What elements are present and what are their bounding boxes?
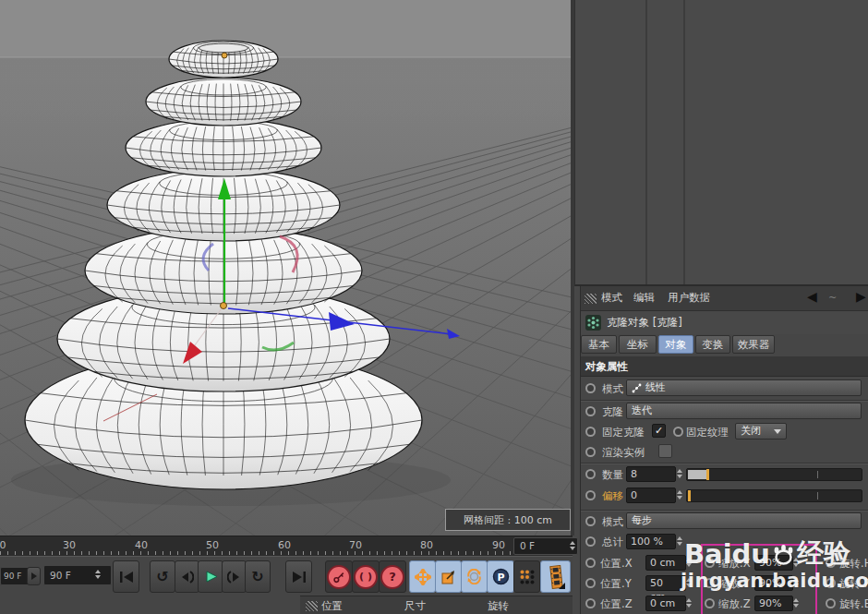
autokey-button[interactable]: ( ) — [352, 560, 380, 593]
watermark-brand-text: Baidu — [684, 538, 770, 570]
position-z-label: 位置.Z — [600, 597, 633, 610]
menu-edit[interactable]: 编辑 — [633, 291, 655, 305]
anim-dot-fix-clone[interactable] — [585, 427, 596, 437]
attribute-menubar: 模式 编辑 用户数据 ◀ ~ ▶ — [581, 286, 868, 311]
count-slider-tick — [817, 471, 818, 478]
anim-dot-count[interactable] — [585, 469, 596, 479]
keyframe-help-button[interactable]: ? — [379, 560, 406, 593]
position-z-field[interactable]: 0 cm — [645, 596, 686, 611]
tab-basic[interactable]: 基本 — [581, 335, 617, 354]
anim-dot-mode[interactable] — [585, 383, 596, 393]
offset-slider[interactable] — [686, 489, 862, 502]
anim-dot-position-y[interactable] — [585, 578, 596, 588]
object-manager-panel[interactable] — [574, 0, 868, 286]
clone-dropdown[interactable]: 迭代 — [626, 403, 862, 419]
timeline-ruler[interactable]: 0 30 40 50 60 70 80 90 — [0, 536, 573, 557]
tab-object[interactable]: 对象 — [658, 335, 693, 354]
range-popup-button[interactable] — [27, 567, 41, 585]
ruler-tick-label: 60 — [273, 539, 295, 551]
play-button[interactable] — [198, 560, 223, 593]
end-frame-spinner[interactable] — [93, 567, 102, 582]
question-icon: ? — [380, 565, 404, 589]
ruler-tick-label: 50 — [201, 539, 223, 551]
ruler-tick-label: 40 — [130, 539, 152, 551]
history-back-icon[interactable]: ◀ — [807, 289, 817, 304]
fix-texture-dropdown[interactable]: 关闭 — [735, 423, 787, 439]
grid-spacing-text: 网格间距 : 100 cm — [464, 513, 552, 527]
render-instance-label: 渲染实例 — [602, 446, 645, 459]
panel-drag-handle-icon[interactable] — [306, 601, 318, 611]
section-object-properties: 对象属性 — [581, 356, 868, 377]
step-mode-label: 模式 — [602, 515, 623, 528]
offset-slider-handle[interactable] — [688, 490, 691, 501]
offset-spinner[interactable] — [675, 488, 683, 502]
count-field[interactable]: 8 — [626, 466, 676, 482]
film-strip-icon — [547, 565, 565, 589]
go-to-start-button[interactable] — [113, 560, 139, 593]
coordinate-manager-header: 位置 尺寸 旋转 — [300, 596, 573, 614]
count-spinner[interactable] — [675, 466, 683, 481]
separator — [581, 510, 868, 511]
grid-spacing-label: 网格间距 : 100 cm — [445, 509, 571, 531]
position-x-field[interactable]: 0 cm — [645, 555, 686, 571]
count-slider-handle[interactable] — [706, 469, 709, 480]
total-field[interactable]: 100 % — [626, 534, 676, 549]
go-to-end-button[interactable] — [285, 560, 312, 593]
offset-field[interactable]: 0 — [626, 488, 676, 503]
attribute-tabs: 基本 坐标 对象 变换 效果器 — [581, 335, 868, 355]
parameter-icon: P — [492, 568, 510, 585]
next-frame-button[interactable] — [222, 560, 247, 593]
record-parameter-toggle[interactable]: P — [487, 560, 514, 593]
anim-dot-fix-texture[interactable] — [673, 427, 683, 437]
step-mode-dropdown[interactable]: 每步 — [626, 512, 862, 529]
mode-dropdown[interactable]: 线性 — [626, 379, 862, 396]
tab-transform[interactable]: 变换 — [695, 335, 730, 354]
ruler-tick-label: 80 — [416, 539, 438, 551]
record-position-toggle[interactable] — [409, 560, 436, 593]
viewport-3d[interactable]: 网格间距 : 100 cm — [0, 0, 571, 536]
total-label: 总计 — [602, 536, 623, 548]
step-mode-value: 每步 — [632, 513, 652, 528]
previous-frame-button[interactable] — [175, 560, 199, 593]
current-frame-spinner[interactable] — [568, 538, 576, 553]
point-level-animation-toggle[interactable] — [513, 560, 540, 593]
anim-dot-total[interactable] — [585, 536, 596, 547]
position-z-spinner[interactable] — [684, 596, 693, 610]
count-slider[interactable] — [686, 468, 862, 481]
count-slider-fill — [688, 470, 706, 479]
current-frame-field[interactable]: 0 F — [513, 537, 578, 555]
previous-frame-icon — [180, 570, 194, 584]
anim-dot-position-x[interactable] — [585, 558, 596, 568]
menu-user-data[interactable]: 用户数据 — [668, 291, 710, 305]
animation-palette-button[interactable] — [540, 560, 571, 593]
next-key-button[interactable]: ↻ — [245, 560, 271, 593]
tab-effectors[interactable]: 效果器 — [732, 335, 775, 354]
autokey-icon: ( ) — [354, 565, 378, 589]
record-scale-toggle[interactable] — [435, 560, 462, 593]
anim-dot-rotation-b[interactable] — [826, 598, 836, 608]
record-rotation-toggle[interactable] — [461, 560, 488, 593]
menu-mode[interactable]: 模式 — [601, 291, 622, 305]
fix-clone-checkbox[interactable]: ✓ — [652, 424, 666, 438]
anim-dot-offset[interactable] — [585, 490, 596, 500]
anim-dot-step-mode[interactable] — [585, 516, 596, 526]
anim-dot-render-instance[interactable] — [585, 447, 596, 457]
render-instance-checkbox[interactable] — [658, 444, 672, 458]
baidu-paw-icon — [771, 542, 796, 567]
play-icon — [204, 570, 218, 584]
previous-key-button[interactable]: ↺ — [150, 560, 175, 593]
tab-coordinates[interactable]: 坐标 — [619, 335, 657, 354]
end-frame-mini-field[interactable]: 90 F — [0, 567, 30, 585]
panel-drag-handle-icon[interactable] — [585, 294, 597, 304]
history-forward-icon[interactable]: ▶ — [856, 289, 866, 304]
anim-dot-clone[interactable] — [585, 406, 596, 416]
ruler-tick-label: 30 — [58, 539, 80, 551]
total-spinner[interactable] — [675, 534, 683, 548]
watermark-url: jingyan.baidu.com — [681, 570, 868, 592]
go-to-end-icon — [292, 571, 307, 584]
separator — [581, 400, 868, 401]
record-key-icon — [327, 565, 351, 589]
record-keyframe-button[interactable] — [325, 560, 353, 593]
anim-dot-position-z[interactable] — [585, 598, 596, 608]
move-icon — [415, 569, 431, 585]
